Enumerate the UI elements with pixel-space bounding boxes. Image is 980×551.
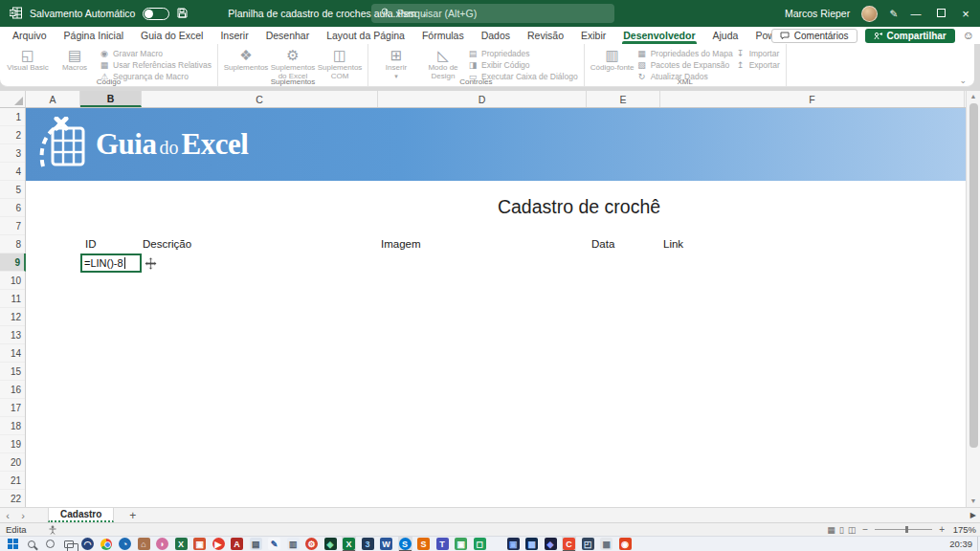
close-button[interactable]: × [959, 7, 972, 21]
modo-de-design-button[interactable]: ◺Modo de Design [421, 46, 465, 81]
row-header-21[interactable]: 21 [0, 472, 25, 490]
terminal-app-icon[interactable]: ▦ [524, 537, 539, 551]
row-header-5[interactable]: 5 [0, 181, 25, 199]
suplementos-button[interactable]: ❖Suplementos [224, 46, 268, 73]
doc-app-icon[interactable]: ▥ [286, 537, 301, 551]
row-header-22[interactable]: 22 [0, 490, 25, 508]
row-header-18[interactable]: 18 [0, 417, 25, 435]
task-view-icon[interactable] [62, 537, 77, 551]
tab-ajuda[interactable]: Ajuda [704, 27, 747, 44]
row-header-14[interactable]: 14 [0, 344, 25, 363]
row-header-12[interactable]: 12 [0, 308, 25, 326]
adobe-app-icon[interactable]: A [230, 537, 244, 551]
row-header-2[interactable]: 2 [0, 126, 25, 144]
zoom-out-button[interactable]: − [862, 524, 868, 535]
photos-app-icon[interactable]: ▣ [192, 537, 207, 551]
zoom-in-button[interactable]: + [939, 524, 945, 535]
word-app-icon[interactable]: W [379, 537, 393, 551]
tab-exibir[interactable]: Exibir [572, 27, 614, 44]
start-button[interactable] [6, 537, 20, 551]
scroll-up-icon[interactable]: ▲ [970, 91, 977, 102]
music-app-icon[interactable]: ▶ [212, 537, 226, 551]
row-header-8[interactable]: 8 [0, 235, 25, 253]
row-header-7[interactable]: 7 [0, 217, 25, 235]
column-header-e[interactable]: E [587, 91, 660, 107]
accessibility-icon[interactable] [48, 525, 57, 535]
suplementos-com-button[interactable]: ◫Suplementos COM [318, 46, 362, 81]
recorder-app-icon[interactable]: ◉ [618, 537, 633, 551]
search-input[interactable]: Pesquisar (Alt+G) [371, 4, 614, 23]
select-all-corner[interactable] [0, 91, 26, 107]
tab-dados[interactable]: Dados [473, 27, 519, 44]
row-header-10[interactable]: 10 [0, 272, 25, 290]
column-header-d[interactable]: D [378, 91, 587, 107]
android-app-icon[interactable]: ▣ [454, 537, 468, 551]
headset-app-icon[interactable]: ◠ [80, 537, 95, 551]
tab-desenvolvedor[interactable]: Desenvolvedor [614, 27, 703, 44]
row-header-20[interactable]: 20 [0, 453, 25, 472]
green-app-icon[interactable]: ◻ [473, 537, 487, 551]
pen-icon[interactable]: ✎ [889, 8, 898, 19]
remote-app-icon[interactable]: ◰ [581, 537, 595, 551]
normal-view-icon[interactable]: ▦ [827, 525, 835, 535]
clock-app-icon[interactable]: ◔ [118, 537, 132, 551]
tab-layout-da-p-gina[interactable]: Layout da Página [318, 27, 413, 44]
tab-desenhar[interactable]: Desenhar [257, 27, 319, 44]
comments-button[interactable]: Comentários [771, 29, 858, 43]
tab-f-rmulas[interactable]: Fórmulas [413, 27, 473, 44]
propriedades-do-mapa-button[interactable]: ▦Propriedades do Mapa [637, 49, 733, 58]
teams-app-icon[interactable]: T [435, 537, 450, 551]
editing-cell-b9[interactable]: =LIN()-8 [80, 253, 142, 273]
zoom-slider[interactable] [875, 529, 932, 530]
tab-guia-do-excel[interactable]: Guia do Excel [132, 27, 212, 44]
pacotes-de-expansao-button[interactable]: ▧Pacotes de Expansão [637, 60, 733, 70]
column-header-c[interactable]: C [142, 91, 378, 107]
importar-button[interactable]: ↧Importar [736, 49, 780, 58]
tab-revis-o[interactable]: Revisão [519, 27, 572, 44]
skype-app-icon[interactable]: S [398, 537, 412, 551]
sql-app-icon[interactable]: S [416, 537, 431, 551]
row-header-9[interactable]: 9 [0, 253, 26, 272]
minimize-button[interactable]: — [909, 8, 923, 19]
scroll-down-icon[interactable]: ▼ [970, 496, 977, 507]
column-header-b[interactable]: B [80, 91, 142, 107]
clock[interactable]: 20:39 [949, 539, 972, 549]
sheets-app-icon[interactable]: X [174, 537, 189, 551]
excel-app-icon[interactable]: X [342, 537, 356, 551]
save-icon[interactable] [177, 8, 188, 20]
tab-inserir[interactable]: Inserir [212, 27, 256, 44]
row-header-11[interactable]: 11 [0, 290, 25, 308]
column-header-f[interactable]: F [660, 91, 965, 107]
sheet-grid[interactable]: GuiadoExcel Cadastro de crochê IDDescriç… [26, 108, 966, 507]
page-layout-view-icon[interactable]: ▯ [839, 525, 844, 535]
viewer-app-icon[interactable]: 3 [361, 537, 375, 551]
row-header-4[interactable]: 4 [0, 163, 25, 181]
vs-app-icon[interactable]: ▣ [506, 537, 521, 551]
vertical-scroll-thumb[interactable] [969, 103, 978, 448]
feedback-smiley-icon[interactable]: ☺ [963, 29, 974, 42]
tab-p-gina-inicial[interactable]: Página Inicial [56, 27, 132, 44]
row-header-6[interactable]: 6 [0, 199, 25, 217]
visual-basic-button[interactable]: ◱Visual Basic [6, 46, 50, 73]
sheet-nav-next-icon[interactable]: › [15, 510, 31, 521]
sheet-nav-prev-icon[interactable]: ‹ [0, 510, 15, 521]
notes-app-icon[interactable]: ✎ [267, 537, 281, 551]
row-header-13[interactable]: 13 [0, 326, 25, 344]
macros-button[interactable]: ▤Macros [53, 46, 97, 73]
row-header-16[interactable]: 16 [0, 381, 25, 399]
usar-referencias-relativas-button[interactable]: ▦Usar Referências Relativas [100, 60, 212, 70]
row-header-17[interactable]: 17 [0, 399, 25, 417]
restore-button[interactable] [934, 8, 947, 19]
zoom-level[interactable]: 175% [951, 524, 976, 535]
suplementos-do-excel-button[interactable]: ⚙Suplementos do Excel [271, 46, 315, 81]
autosave-toggle[interactable] [143, 8, 169, 20]
zoom-slider-knob[interactable] [905, 526, 908, 533]
codigo-fonte-button[interactable]: ▥Código-fonte [590, 46, 635, 73]
camtasia-app-icon[interactable]: C [562, 537, 576, 551]
column-header-a[interactable]: A [26, 91, 80, 107]
banner-image[interactable]: GuiadoExcel [26, 108, 966, 181]
row-header-3[interactable]: 3 [0, 144, 25, 163]
share-button[interactable]: Compartilhar [865, 29, 955, 43]
chrome-app-icon[interactable] [100, 537, 114, 551]
inserir-controle-button[interactable]: ⊞Inserir▾ [374, 46, 418, 78]
